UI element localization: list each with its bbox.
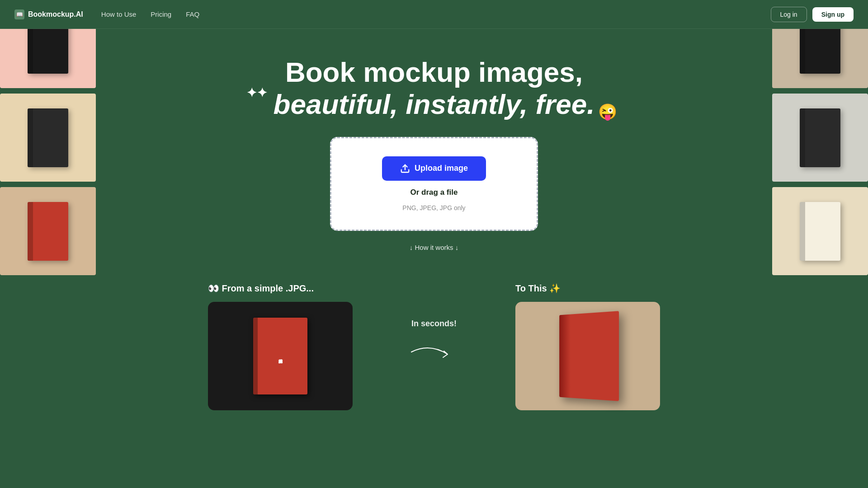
book-shape-r2 [800,108,840,167]
hero-title: Book mockup images, ✦✦ beautiful, instan… [274,56,595,121]
from-book-preview: 挪威的森林 [253,318,307,394]
book-right-column [772,0,868,275]
signup-button[interactable]: Sign up [812,7,854,22]
nav-how-to-use[interactable]: How to Use [101,10,137,18]
upload-icon [400,164,410,174]
book-shape-2 [28,108,68,167]
login-button[interactable]: Log in [771,7,807,22]
hero-title-line1: Book mockup images, [274,56,595,88]
upload-section: Upload image Or drag a file PNG, JPEG, J… [330,137,538,251]
to-column: To This ✨ [515,283,660,410]
upload-button-label: Upload image [415,164,468,173]
nav-faq[interactable]: FAQ [186,10,199,18]
in-seconds-text: In seconds! [411,319,457,328]
nav-logo[interactable]: 📖 Bookmockup.AI [14,9,83,19]
book-right-3 [772,187,868,275]
logo-icon: 📖 [14,9,24,19]
wink-emoji: 😜 [598,103,617,121]
logo-text: Bookmockup.AI [28,10,83,19]
hero-title-italic: beautiful, instantly, free. [274,89,595,120]
how-it-works-link[interactable]: ↓ How it works ↓ [410,244,458,251]
book-left-column [0,0,96,275]
nav-links: How to Use Pricing FAQ [101,10,199,18]
from-label: 👀 From a simple .JPG... [208,283,353,294]
from-column: 👀 From a simple .JPG... 挪威的森林 [208,283,353,410]
main-content: Book mockup images, ✦✦ beautiful, instan… [0,0,868,428]
upload-dropzone[interactable]: Upload image Or drag a file PNG, JPEG, J… [330,137,538,231]
book-shape-3 [28,202,68,261]
book-spine-decoration [253,318,258,394]
nav-pricing[interactable]: Pricing [151,10,171,18]
bottom-section: 👀 From a simple .JPG... 挪威的森林 In seconds… [0,283,868,428]
drag-text: Or drag a file [410,188,458,197]
arrow-icon [407,338,461,366]
sparkle-icon: ✦✦ [246,86,267,100]
book-right-2 [772,94,868,182]
hero-section: Book mockup images, ✦✦ beautiful, instan… [0,29,868,251]
to-label: To This ✨ [515,283,660,294]
book-left-2 [0,94,96,182]
to-preview-card [515,302,660,410]
navbar: 📖 Bookmockup.AI How to Use Pricing FAQ L… [0,0,868,29]
from-preview-card: 挪威的森林 [208,302,353,410]
book-shape-r3 [800,202,840,261]
arrow-area: In seconds! [407,283,461,366]
file-types-text: PNG, JPEG, JPG only [402,204,465,211]
to-book-mockup [559,311,619,401]
nav-actions: Log in Sign up [771,7,854,22]
book-left-3 [0,187,96,275]
hero-title-line2: ✦✦ beautiful, instantly, free. 😜 [274,88,595,120]
upload-button[interactable]: Upload image [382,156,486,181]
